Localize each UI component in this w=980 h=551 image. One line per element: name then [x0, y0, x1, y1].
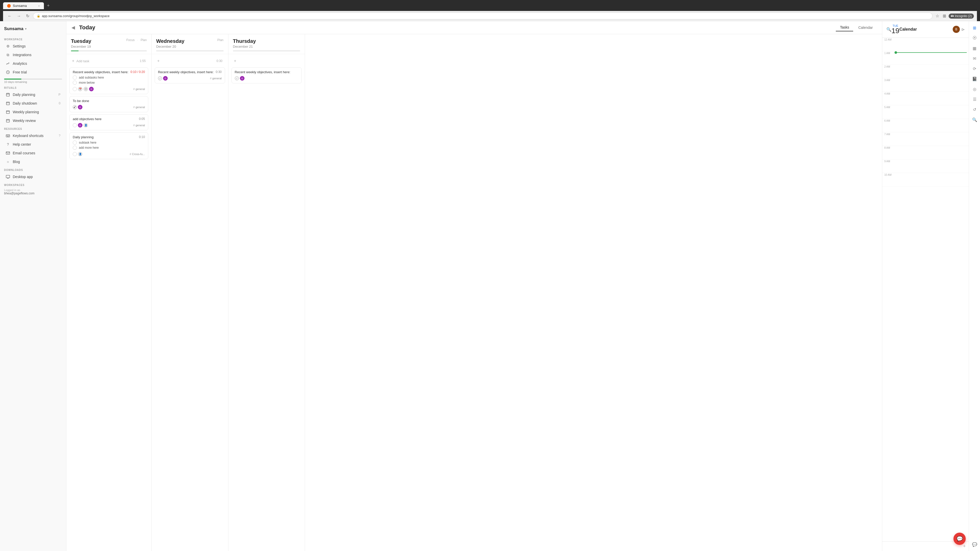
task-check-icon[interactable]	[73, 123, 77, 127]
right-icon-table[interactable]: ▦	[970, 44, 979, 53]
sidebar-brand[interactable]: Sunsama ▾	[0, 24, 66, 35]
add-task-button-wednesday[interactable]: + 0:30	[155, 57, 225, 65]
right-icon-refresh[interactable]: ↺	[970, 105, 979, 114]
subtask-check[interactable]	[73, 146, 77, 150]
svg-rect-11	[6, 135, 10, 137]
task-check-icon[interactable]: ✓	[235, 76, 239, 80]
task-card-t5[interactable]: Recent weekly objectives, insert here: 0…	[155, 67, 225, 83]
right-icon-search[interactable]: 🔍	[970, 115, 979, 124]
sidebar-item-label: Email courses	[13, 151, 60, 155]
svg-rect-17	[6, 175, 10, 178]
cal-time-content	[894, 159, 967, 173]
subtask-row: subtask here	[73, 141, 145, 144]
plan-action[interactable]: Plan	[141, 38, 147, 42]
right-icon-mail[interactable]: ✉	[970, 54, 979, 63]
add-task-button-thursday[interactable]: +	[231, 57, 302, 65]
task-tag-t5: # general	[210, 77, 222, 80]
tag-name: general	[212, 77, 222, 80]
new-tab-button[interactable]: +	[45, 2, 52, 10]
svg-rect-16	[6, 152, 10, 154]
calendar-zoom-in[interactable]: 🔍	[886, 27, 891, 32]
subtask-row: more below	[73, 81, 145, 85]
task-check-icon[interactable]: ✓	[73, 105, 77, 109]
subtask-check[interactable]	[73, 76, 77, 79]
column-progress-fill	[71, 51, 79, 51]
right-icon-grid[interactable]: ⊞	[970, 23, 979, 32]
column-wednesday: Wednesday December 20 Plan + 0:30	[151, 34, 228, 551]
tab-calendar[interactable]: Calendar	[854, 24, 877, 32]
task-check-icon[interactable]	[73, 87, 77, 91]
cal-time-content	[894, 38, 967, 51]
column-body-tuesday: + Add task 1:55 Recent weekly objectives…	[66, 54, 151, 551]
sidebar-item-email-courses[interactable]: Email courses	[2, 149, 65, 157]
calendar-panel: 🔍 TUE 19 Calendar B ⊳ 12 AM 1 AM	[882, 21, 969, 551]
panel-expand-btn[interactable]: ⊳	[961, 27, 965, 32]
sidebar-item-daily-planning[interactable]: Daily planning P	[2, 91, 65, 99]
sidebar-item-weekly-planning[interactable]: Weekly planning	[2, 108, 65, 116]
sidebar-item-free-trial[interactable]: Free trial	[2, 68, 65, 76]
cal-time-row-6am: 6 AM	[882, 119, 969, 132]
avatar: B	[953, 26, 960, 33]
column-day-wednesday: Wednesday	[156, 38, 185, 44]
tab-tasks[interactable]: Tasks	[836, 24, 853, 32]
task-check-icon[interactable]	[73, 152, 77, 156]
calendar-date-badge: TUE 19	[891, 24, 899, 35]
column-date-tuesday: December 19	[71, 44, 91, 48]
sidebar-item-blog[interactable]: ○ Blog	[2, 158, 65, 166]
address-bar[interactable]: 🔒 app.sunsama.com/group/moodjoy_workspac…	[33, 13, 932, 19]
sidebar-item-desktop-app[interactable]: Desktop app	[2, 173, 65, 181]
sidebar-item-weekly-review[interactable]: Weekly review	[2, 117, 65, 125]
right-icon-list[interactable]: ☰	[970, 95, 979, 104]
profile-button[interactable]: ⊞	[942, 13, 947, 19]
task-check-icon[interactable]: ✓	[158, 76, 162, 80]
right-icon-sync[interactable]: ⟳	[970, 64, 979, 73]
back-button[interactable]: ←	[6, 13, 13, 19]
calendar-body: 12 AM 1 AM 2 AM 3 AM	[882, 38, 969, 541]
calendar-panel-title: Calendar	[899, 27, 917, 32]
bookmark-button[interactable]: ☆	[935, 13, 940, 19]
right-icon-nodes[interactable]: ⦿	[970, 33, 979, 43]
task-card-t6[interactable]: Recent weekly objectives, insert here: ✓…	[231, 67, 302, 83]
hash-icon: #	[130, 152, 131, 156]
right-icon-chat[interactable]: 💬	[970, 540, 979, 549]
tab-close-btn[interactable]: ×	[38, 4, 40, 7]
task-card-t1[interactable]: Recent weekly objectives, insert here: 0…	[69, 67, 148, 94]
task-subtasks-t1: add subtasks here more below	[73, 76, 145, 85]
integrations-icon: ⧉	[6, 52, 10, 57]
task-card-t4[interactable]: Daily planning 0:10 subtask here add mor…	[69, 132, 148, 159]
task-footer-t1: 📅 ⏱ ◎ # general	[73, 87, 145, 91]
chat-fab[interactable]: 💬	[953, 533, 966, 545]
subtask-check[interactable]	[73, 141, 77, 144]
forward-button[interactable]: →	[15, 13, 22, 19]
right-icon-notebook[interactable]: 📓	[970, 74, 979, 83]
column-body-thursday: + Recent weekly objectives, insert here:…	[228, 54, 305, 551]
sidebar-item-keyboard-shortcuts[interactable]: Keyboard shortcuts ?	[2, 132, 65, 140]
calendar-add-btn[interactable]: +	[963, 544, 966, 549]
address-text: app.sunsama.com/group/moodjoy_workspace	[42, 14, 110, 18]
column-header-thursday: Thursday December 21	[228, 34, 305, 54]
task-time-t1: 0:10 / 0:20	[130, 70, 145, 74]
task-card-t3[interactable]: add objectives here 0:05 ◎ 👤 # ge	[69, 114, 148, 130]
sidebar-item-integrations[interactable]: ⧉ Integrations	[2, 51, 65, 59]
plan-action-wed[interactable]: Plan	[217, 38, 223, 42]
focus-action[interactable]: Focus	[126, 38, 135, 42]
task-title-t3: add objectives here	[73, 117, 137, 121]
hash-icon: #	[133, 106, 135, 109]
person-icon: 👤	[78, 152, 83, 156]
cal-time-row-1am: 1 AM	[882, 51, 969, 65]
cal-time-row-3am: 3 AM	[882, 78, 969, 92]
refresh-button[interactable]: ↻	[24, 13, 31, 19]
sidebar-item-analytics[interactable]: Analytics	[2, 59, 65, 68]
back-to-today-btn[interactable]: ◀	[72, 25, 75, 30]
subtask-check[interactable]	[73, 81, 77, 85]
sidebar-item-daily-shutdown[interactable]: Daily shutdown 0	[2, 99, 65, 107]
sidebar-item-settings[interactable]: ⚙ Settings	[2, 42, 65, 50]
task-card-t2[interactable]: To be done ✓ ◎ # general	[69, 96, 148, 112]
column-progress-wed	[156, 51, 224, 51]
cal-time-label: 4 AM	[884, 92, 894, 95]
sidebar-item-help-center[interactable]: ? Help center	[2, 140, 65, 148]
settings-icon: ⚙	[6, 44, 10, 48]
add-task-button-tuesday[interactable]: + Add task 1:55	[69, 57, 148, 65]
active-tab[interactable]: Sunsama ×	[3, 2, 44, 9]
right-icon-target[interactable]: ◎	[970, 84, 979, 94]
